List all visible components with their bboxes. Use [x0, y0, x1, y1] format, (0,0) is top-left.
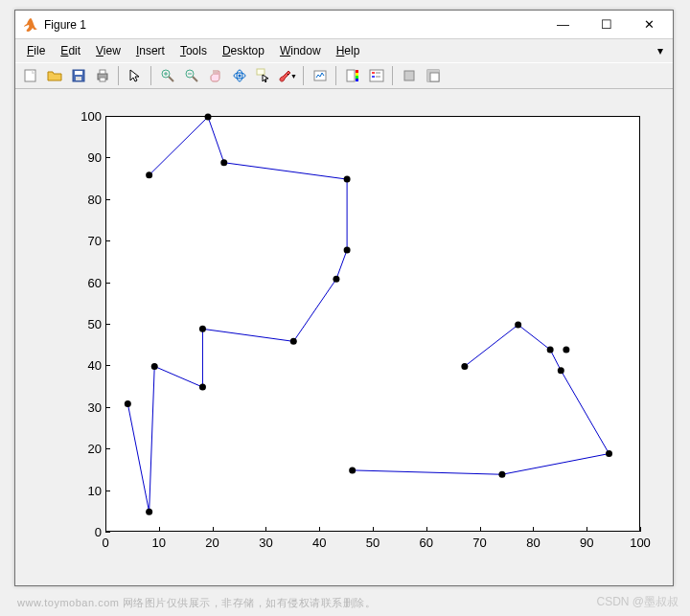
svg-point-40	[333, 276, 339, 283]
svg-rect-3	[76, 77, 81, 80]
x-tick-label: 20	[205, 536, 218, 550]
svg-line-12	[193, 77, 197, 81]
x-tick-label: 30	[259, 536, 272, 550]
matlab-icon	[23, 17, 38, 33]
x-tick-label: 70	[472, 536, 486, 550]
y-tick-label: 40	[73, 358, 102, 373]
titlebar[interactable]: Figure 1 — ☐ ✕	[15, 11, 673, 39]
y-tick-label: 50	[73, 317, 102, 331]
x-tick-label: 100	[630, 536, 651, 550]
x-tick-label: 80	[526, 536, 540, 550]
hide-tools-button[interactable]	[398, 65, 420, 86]
svg-point-38	[199, 326, 206, 332]
x-tick-label: 40	[312, 536, 326, 550]
print-button[interactable]	[91, 65, 113, 86]
plot-area: 0102030405060708090100 01020304050607080…	[19, 93, 669, 582]
svg-line-8	[169, 77, 173, 81]
svg-rect-20	[356, 70, 358, 73]
y-tick-label: 60	[73, 275, 102, 289]
svg-point-47	[498, 471, 505, 478]
svg-point-42	[344, 176, 351, 183]
svg-point-46	[349, 467, 356, 473]
show-tools-button[interactable]	[422, 65, 444, 86]
pan-button[interactable]	[204, 65, 226, 86]
svg-rect-26	[372, 76, 375, 78]
y-tick-label: 100	[73, 109, 102, 124]
svg-point-35	[146, 509, 152, 515]
edit-plot-button[interactable]	[124, 65, 146, 86]
svg-rect-25	[372, 72, 375, 74]
link-button[interactable]	[309, 65, 331, 86]
colorbar-button[interactable]	[341, 65, 363, 86]
toolbar-separator	[335, 66, 336, 85]
svg-point-45	[146, 171, 152, 178]
svg-point-39	[290, 338, 297, 345]
svg-rect-5	[100, 70, 105, 74]
y-tick-label: 10	[73, 483, 102, 497]
menu-view[interactable]: View	[90, 42, 126, 59]
svg-point-49	[558, 367, 564, 374]
svg-point-36	[151, 363, 158, 370]
svg-point-53	[461, 363, 468, 370]
y-tick-label: 70	[73, 234, 102, 248]
svg-point-50	[547, 347, 554, 354]
svg-point-43	[220, 159, 227, 166]
dock-icon[interactable]: ▾	[654, 42, 667, 59]
save-button[interactable]	[67, 65, 89, 86]
rotate-button[interactable]	[228, 65, 250, 86]
svg-rect-6	[100, 78, 105, 81]
y-tick-label: 30	[73, 399, 102, 414]
y-tick-label: 0	[73, 525, 102, 539]
plot-svg	[106, 117, 639, 531]
menubar: File Edit View Insert Tools Desktop Wind…	[15, 39, 673, 62]
menu-help[interactable]: Help	[331, 42, 366, 59]
svg-rect-2	[75, 71, 82, 75]
toolbar-separator	[118, 66, 119, 85]
svg-rect-21	[356, 73, 358, 76]
window-title: Figure 1	[44, 18, 541, 32]
menu-tools[interactable]: Tools	[174, 42, 213, 59]
watermark-text: www.toymoban.com 网络图片仅供展示，非存储，如有侵权请联系删除。	[17, 596, 376, 610]
menu-desktop[interactable]: Desktop	[217, 42, 270, 59]
svg-rect-19	[347, 70, 355, 81]
figure-window: Figure 1 — ☐ ✕ File Edit View Insert Too…	[14, 10, 674, 586]
menu-window[interactable]: Window	[274, 42, 327, 59]
axes[interactable]	[105, 116, 640, 532]
close-button[interactable]: ✕	[628, 11, 671, 38]
svg-rect-17	[257, 69, 264, 75]
toolbar-separator	[303, 66, 304, 85]
svg-rect-0	[25, 70, 35, 81]
svg-point-41	[344, 246, 351, 253]
toolbar-separator	[392, 66, 393, 85]
legend-button[interactable]	[365, 65, 387, 86]
maximize-button[interactable]: ☐	[585, 11, 628, 38]
svg-rect-23	[356, 79, 358, 81]
y-tick-label: 90	[73, 150, 102, 165]
svg-point-51	[563, 347, 569, 354]
brush-button[interactable]: ▼	[276, 65, 298, 86]
menu-file[interactable]: File	[21, 42, 51, 59]
zoom-in-button[interactable]	[156, 65, 178, 86]
y-tick-label: 20	[73, 442, 102, 456]
toolbar-separator	[150, 66, 151, 85]
menu-edit[interactable]: Edit	[55, 42, 86, 59]
open-button[interactable]	[43, 65, 65, 86]
svg-point-52	[515, 322, 521, 329]
x-tick-label: 60	[420, 536, 433, 550]
svg-point-44	[205, 114, 212, 121]
menu-insert[interactable]: Insert	[130, 42, 171, 59]
svg-point-48	[606, 450, 612, 457]
data-cursor-button[interactable]	[252, 65, 274, 86]
zoom-out-button[interactable]	[180, 65, 202, 86]
svg-point-16	[238, 75, 241, 78]
x-tick-label: 50	[366, 536, 380, 550]
csdn-credit: CSDN @墨叔叔	[596, 594, 678, 610]
svg-point-34	[125, 400, 131, 407]
svg-point-37	[199, 384, 206, 391]
svg-rect-33	[430, 73, 439, 81]
x-tick-label: 10	[152, 536, 166, 550]
x-tick-label: 0	[102, 536, 108, 550]
minimize-button[interactable]: —	[541, 11, 585, 38]
svg-rect-29	[404, 71, 414, 80]
new-figure-button[interactable]	[19, 65, 41, 86]
